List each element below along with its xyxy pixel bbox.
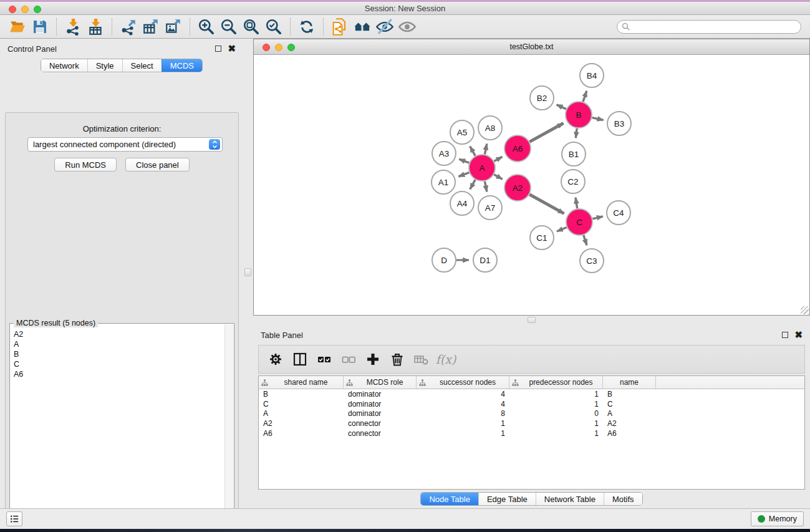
edge-B-B2[interactable]	[557, 105, 566, 109]
table-cell[interactable]: 4	[417, 390, 509, 399]
divider-grip[interactable]	[528, 317, 536, 323]
table-cell[interactable]: connector	[344, 429, 417, 438]
tab-network-table[interactable]: Network Table	[536, 493, 604, 505]
tab-motifs[interactable]: Motifs	[604, 493, 642, 505]
edge-C-C4[interactable]	[592, 216, 602, 219]
search-field[interactable]	[617, 20, 801, 34]
delete-table-button[interactable]	[412, 350, 431, 369]
column-header-shared-name[interactable]: shared name	[259, 376, 344, 389]
table-cell[interactable]: 1	[509, 419, 603, 428]
edge-A2-C[interactable]	[529, 195, 564, 214]
table-cell[interactable]: A6	[259, 429, 344, 438]
mcds-result-item[interactable]: A6	[14, 369, 224, 379]
edge-B-B1[interactable]	[576, 128, 577, 138]
table-cell[interactable]: 1	[509, 390, 603, 399]
edge-C-C1[interactable]	[557, 228, 567, 232]
window-resize-grip[interactable]	[801, 306, 809, 314]
table-cell[interactable]: B	[259, 390, 344, 399]
table-cell[interactable]: 8	[417, 409, 509, 418]
mcds-result-item[interactable]: A	[14, 339, 224, 349]
function-builder-button[interactable]: f(x)	[436, 350, 455, 369]
table-cell[interactable]: A2	[603, 419, 656, 428]
tab-edge-table[interactable]: Edge Table	[478, 493, 536, 505]
table-cell[interactable]: 0	[509, 409, 603, 418]
column-header-MCDS-role[interactable]: MCDS role	[344, 376, 417, 389]
tab-style[interactable]: Style	[87, 59, 122, 72]
table-cell[interactable]: connector	[344, 419, 417, 428]
close-panel-icon[interactable]: ✖	[794, 332, 803, 338]
edge-C-C3[interactable]	[584, 235, 587, 245]
table-cell[interactable]: dominator	[344, 400, 417, 409]
table-cell[interactable]: A2	[259, 419, 344, 428]
network-canvas[interactable]: B4B2BB3A8A5A6A3B1AC2A1A2A4A7C4CC1DD1C3	[254, 55, 809, 315]
zoom-fit-button[interactable]	[240, 17, 263, 37]
memory-button[interactable]: Memory	[751, 511, 804, 526]
divider-grip[interactable]	[244, 268, 251, 276]
table-cell[interactable]: 1	[509, 400, 603, 409]
table-cell[interactable]: A	[259, 409, 344, 418]
float-panel-icon[interactable]	[782, 332, 788, 338]
table-cell[interactable]: dominator	[344, 390, 417, 399]
table-cell[interactable]: C	[259, 400, 344, 409]
table-cell[interactable]: 1	[509, 429, 603, 438]
vertical-split-divider[interactable]	[243, 39, 253, 508]
table-row[interactable]: Cdominator41C	[259, 399, 804, 409]
edge-A-A5[interactable]	[470, 147, 476, 156]
tab-node-table[interactable]: Node Table	[421, 493, 478, 505]
edge-A-A1[interactable]	[458, 173, 469, 177]
edge-B-B4[interactable]	[583, 91, 587, 102]
tab-network[interactable]: Network	[41, 59, 87, 72]
import-table-button[interactable]	[84, 17, 107, 37]
save-session-button[interactable]	[29, 17, 51, 37]
mcds-result-item[interactable]: B	[14, 349, 224, 359]
table-row[interactable]: Bdominator41B	[259, 389, 804, 399]
zoom-out-button[interactable]	[218, 17, 240, 37]
edge-A6-B[interactable]	[529, 123, 563, 142]
import-network-button[interactable]	[62, 17, 84, 37]
float-panel-icon[interactable]	[215, 46, 221, 52]
column-header-predecessor-nodes[interactable]: predecessor nodes	[509, 376, 603, 389]
table-row[interactable]: A2connector11A2	[259, 418, 804, 428]
hide-selected-button[interactable]	[374, 17, 396, 37]
delete-column-button[interactable]	[388, 350, 407, 369]
close-panel-button[interactable]: Close panel	[125, 158, 190, 172]
table-cell[interactable]: A	[603, 409, 656, 418]
export-table-button[interactable]	[140, 17, 162, 37]
horizontal-split-divider[interactable]	[253, 316, 810, 325]
show-panels-button[interactable]	[351, 17, 374, 37]
edge-A-A6[interactable]	[494, 157, 502, 161]
edge-A-A2[interactable]	[494, 175, 502, 180]
table-row[interactable]: Adominator80A	[259, 409, 804, 419]
edge-A-A7[interactable]	[485, 181, 486, 192]
table-settings-button[interactable]	[266, 350, 285, 369]
show-all-button[interactable]	[396, 17, 418, 37]
mcds-result-item[interactable]: C	[14, 359, 224, 369]
task-history-button[interactable]	[6, 511, 22, 526]
edge-A-A4[interactable]	[470, 180, 476, 189]
mcds-result-item[interactable]: A2	[14, 329, 224, 339]
column-view-button[interactable]	[291, 350, 309, 369]
open-file-button[interactable]	[6, 17, 29, 37]
new-session-button[interactable]	[329, 17, 351, 37]
select-all-button[interactable]	[315, 350, 334, 369]
tab-select[interactable]: Select	[122, 59, 162, 72]
zoom-in-button[interactable]	[195, 17, 218, 37]
mcds-list-scrollbar[interactable]	[224, 324, 233, 532]
export-image-button[interactable]	[162, 17, 185, 37]
edge-A-A3[interactable]	[459, 159, 469, 163]
refresh-button[interactable]	[296, 17, 318, 37]
table-cell[interactable]: A6	[603, 429, 656, 438]
table-cell[interactable]: C	[603, 400, 656, 409]
close-panel-icon[interactable]: ✖	[228, 46, 236, 52]
table-cell[interactable]: dominator	[344, 409, 417, 418]
tab-mcds[interactable]: MCDS	[162, 59, 202, 72]
search-input[interactable]	[632, 22, 796, 31]
edge-A-A8[interactable]	[485, 144, 486, 155]
table-cell[interactable]: 1	[417, 419, 509, 428]
add-column-button[interactable]	[364, 350, 382, 369]
table-cell[interactable]: 4	[417, 400, 509, 409]
criterion-dropdown[interactable]: largest connected component (directed)	[27, 137, 223, 152]
edge-B-B3[interactable]	[592, 118, 604, 120]
edge-C-C2[interactable]	[576, 198, 577, 209]
column-header-name[interactable]: name	[603, 376, 656, 389]
